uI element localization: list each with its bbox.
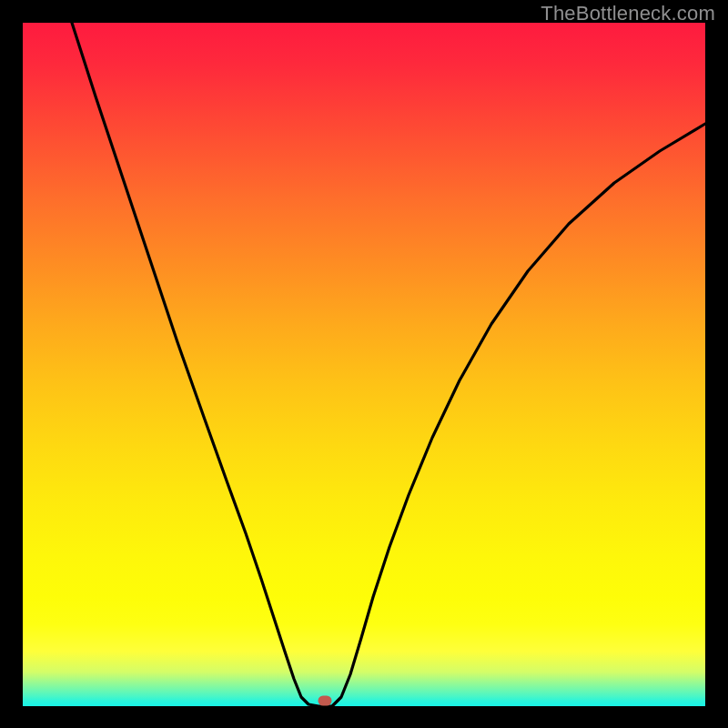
chart-frame: TheBottleneck.com: [0, 0, 728, 728]
plot-area: [23, 23, 705, 706]
optimal-point-marker: [318, 696, 332, 706]
bottleneck-curve: [23, 23, 705, 706]
